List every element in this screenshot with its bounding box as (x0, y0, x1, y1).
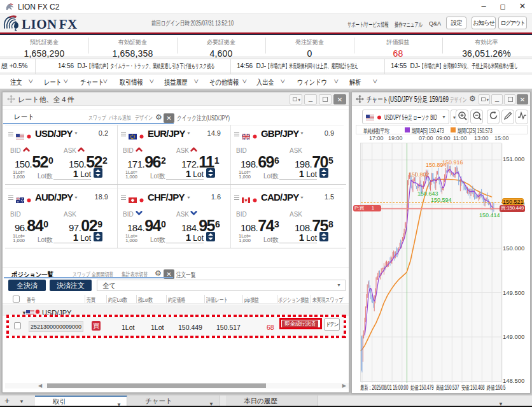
svg-text:150.594: 150.594 (431, 197, 452, 203)
svg-text:150.916: 150.916 (442, 159, 463, 166)
svg-text:150.643: 150.643 (417, 190, 438, 197)
svg-text:150.414: 150.414 (479, 212, 500, 218)
svg-text:150.802: 150.802 (409, 171, 430, 178)
